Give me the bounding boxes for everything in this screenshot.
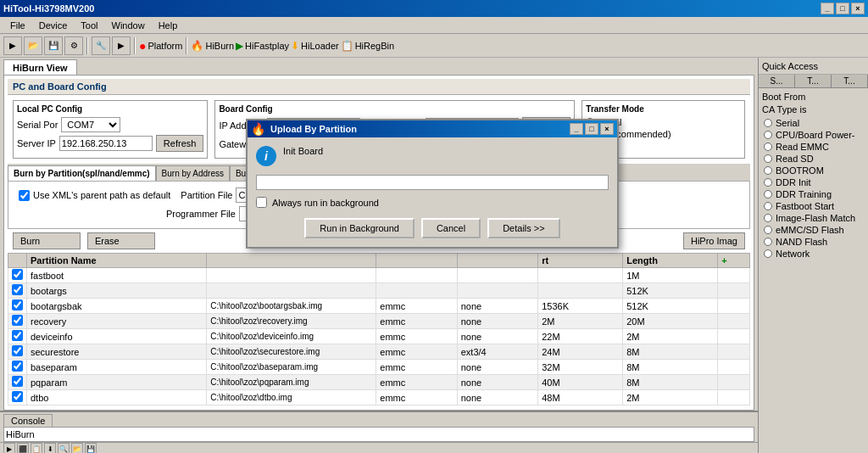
always-background-checkbox[interactable] (256, 197, 267, 208)
modal-overlay: 🔥 Upload By Partition _ □ × i Init Board… (0, 0, 868, 453)
modal-buttons: Run in Background Cancel Details >> (256, 218, 609, 238)
run-in-background-button[interactable]: Run in Background (304, 218, 415, 238)
init-board-text: Init Board (283, 146, 323, 156)
modal-title-row: 🔥 Upload By Partition (251, 122, 357, 136)
modal-close-btn[interactable]: × (600, 123, 614, 135)
modal-controls: _ □ × (570, 123, 614, 135)
progress-bar (256, 175, 609, 190)
modal-title-bar: 🔥 Upload By Partition _ □ × (248, 120, 617, 137)
always-background-label: Always run in background (272, 198, 379, 208)
cancel-button[interactable]: Cancel (421, 218, 481, 238)
upload-by-partition-modal: 🔥 Upload By Partition _ □ × i Init Board… (246, 119, 619, 249)
modal-minimize-btn[interactable]: _ (570, 123, 583, 135)
modal-body: i Init Board Always run in background Ru… (248, 137, 617, 247)
info-icon: i (256, 146, 276, 166)
modal-maximize-btn[interactable]: □ (585, 123, 598, 135)
details-button[interactable]: Details >> (487, 218, 560, 238)
modal-info-row: i Init Board (256, 146, 609, 166)
modal-title-text: Upload By Partition (270, 124, 357, 134)
modal-icon: 🔥 (251, 122, 265, 136)
always-background-row: Always run in background (256, 197, 609, 208)
